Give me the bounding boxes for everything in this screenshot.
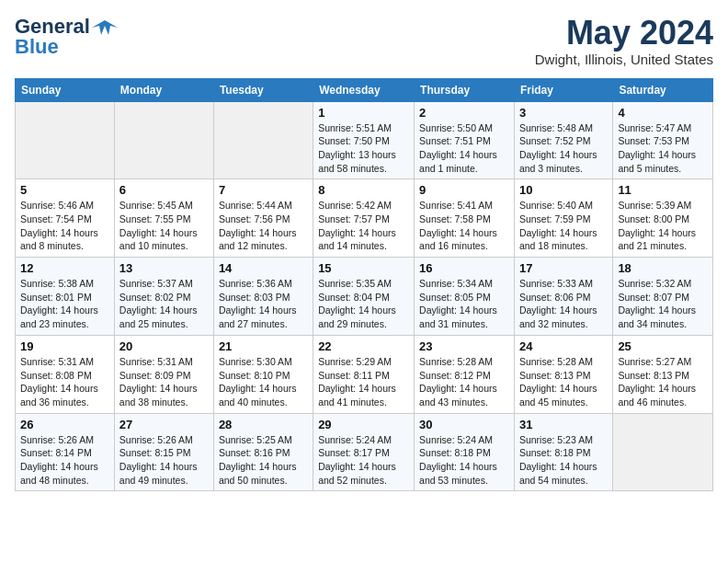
- weekday-header-friday: Friday: [514, 78, 612, 101]
- week-row-1: 1Sunrise: 5:51 AM Sunset: 7:50 PM Daylig…: [16, 101, 713, 179]
- calendar-cell: 24Sunrise: 5:28 AM Sunset: 8:13 PM Dayli…: [514, 335, 612, 413]
- day-info: Sunrise: 5:25 AM Sunset: 8:16 PM Dayligh…: [219, 433, 308, 488]
- calendar-cell: 13Sunrise: 5:37 AM Sunset: 8:02 PM Dayli…: [114, 258, 213, 336]
- calendar-cell: 18Sunrise: 5:32 AM Sunset: 8:07 PM Dayli…: [613, 258, 713, 336]
- calendar-cell: 21Sunrise: 5:30 AM Sunset: 8:10 PM Dayli…: [213, 335, 313, 413]
- day-number: 6: [119, 183, 209, 197]
- day-number: 21: [219, 339, 308, 353]
- day-info: Sunrise: 5:23 AM Sunset: 8:18 PM Dayligh…: [519, 433, 608, 488]
- header: General Blue May 2024 Dwight, Illinois, …: [15, 15, 713, 67]
- day-info: Sunrise: 5:50 AM Sunset: 7:51 PM Dayligh…: [419, 121, 509, 176]
- day-number: 2: [419, 106, 509, 120]
- calendar-cell: 11Sunrise: 5:39 AM Sunset: 8:00 PM Dayli…: [613, 179, 713, 258]
- day-number: 31: [519, 418, 608, 431]
- calendar-cell: 5Sunrise: 5:46 AM Sunset: 7:54 PM Daylig…: [16, 179, 115, 258]
- week-row-5: 26Sunrise: 5:26 AM Sunset: 8:14 PM Dayli…: [16, 413, 713, 491]
- day-info: Sunrise: 5:51 AM Sunset: 7:50 PM Dayligh…: [318, 121, 409, 176]
- weekday-header-sunday: Sunday: [16, 78, 115, 101]
- weekday-header-wednesday: Wednesday: [313, 78, 415, 101]
- calendar-cell: 17Sunrise: 5:33 AM Sunset: 8:06 PM Dayli…: [514, 258, 612, 336]
- week-row-3: 12Sunrise: 5:38 AM Sunset: 8:01 PM Dayli…: [16, 258, 713, 336]
- calendar-cell: 10Sunrise: 5:40 AM Sunset: 7:59 PM Dayli…: [514, 179, 612, 258]
- day-info: Sunrise: 5:35 AM Sunset: 8:04 PM Dayligh…: [318, 277, 409, 331]
- day-number: 19: [20, 339, 109, 353]
- calendar-cell: 15Sunrise: 5:35 AM Sunset: 8:04 PM Dayli…: [313, 258, 415, 336]
- weekday-header-thursday: Thursday: [415, 78, 515, 101]
- week-row-4: 19Sunrise: 5:31 AM Sunset: 8:08 PM Dayli…: [16, 335, 713, 413]
- day-info: Sunrise: 5:40 AM Sunset: 7:59 PM Dayligh…: [519, 199, 608, 253]
- calendar-cell: 22Sunrise: 5:29 AM Sunset: 8:11 PM Dayli…: [313, 335, 415, 413]
- day-number: 24: [519, 339, 608, 353]
- calendar-cell: 9Sunrise: 5:41 AM Sunset: 7:58 PM Daylig…: [415, 179, 515, 258]
- calendar-table: SundayMondayTuesdayWednesdayThursdayFrid…: [15, 78, 713, 492]
- calendar-cell: 27Sunrise: 5:26 AM Sunset: 8:15 PM Dayli…: [114, 413, 213, 491]
- day-info: Sunrise: 5:26 AM Sunset: 8:15 PM Dayligh…: [119, 433, 209, 488]
- calendar-cell: 29Sunrise: 5:24 AM Sunset: 8:17 PM Dayli…: [313, 413, 415, 491]
- day-info: Sunrise: 5:41 AM Sunset: 7:58 PM Dayligh…: [419, 199, 509, 253]
- calendar-cell: 12Sunrise: 5:38 AM Sunset: 8:01 PM Dayli…: [16, 258, 115, 336]
- calendar-cell: 20Sunrise: 5:31 AM Sunset: 8:09 PM Dayli…: [114, 335, 213, 413]
- calendar-cell: 25Sunrise: 5:27 AM Sunset: 8:13 PM Dayli…: [613, 335, 713, 413]
- weekday-header-tuesday: Tuesday: [213, 78, 313, 101]
- day-number: 8: [318, 183, 409, 197]
- calendar-cell: 14Sunrise: 5:36 AM Sunset: 8:03 PM Dayli…: [213, 258, 313, 336]
- day-number: 16: [419, 261, 509, 275]
- calendar-cell: [16, 101, 115, 179]
- day-number: 5: [20, 183, 109, 197]
- day-number: 11: [618, 183, 708, 197]
- day-info: Sunrise: 5:42 AM Sunset: 7:57 PM Dayligh…: [318, 199, 409, 253]
- calendar-cell: 4Sunrise: 5:47 AM Sunset: 7:53 PM Daylig…: [613, 101, 713, 179]
- day-info: Sunrise: 5:24 AM Sunset: 8:17 PM Dayligh…: [318, 433, 409, 488]
- calendar-cell: 28Sunrise: 5:25 AM Sunset: 8:16 PM Dayli…: [213, 413, 313, 491]
- day-number: 15: [318, 261, 409, 275]
- location-subtitle: Dwight, Illinois, United States: [535, 52, 713, 67]
- day-number: 9: [419, 183, 509, 197]
- calendar-cell: 7Sunrise: 5:44 AM Sunset: 7:56 PM Daylig…: [213, 179, 313, 258]
- day-number: 1: [318, 106, 409, 120]
- day-number: 27: [119, 418, 209, 431]
- weekday-header-monday: Monday: [114, 78, 213, 101]
- calendar-cell: 31Sunrise: 5:23 AM Sunset: 8:18 PM Dayli…: [514, 413, 612, 491]
- day-info: Sunrise: 5:36 AM Sunset: 8:03 PM Dayligh…: [219, 277, 308, 331]
- calendar-cell: 6Sunrise: 5:45 AM Sunset: 7:55 PM Daylig…: [114, 179, 213, 258]
- day-info: Sunrise: 5:24 AM Sunset: 8:18 PM Dayligh…: [419, 433, 509, 488]
- day-number: 26: [20, 418, 109, 431]
- day-info: Sunrise: 5:37 AM Sunset: 8:02 PM Dayligh…: [119, 277, 209, 331]
- day-info: Sunrise: 5:45 AM Sunset: 7:55 PM Dayligh…: [119, 199, 209, 253]
- day-info: Sunrise: 5:32 AM Sunset: 8:07 PM Dayligh…: [618, 277, 708, 331]
- week-row-2: 5Sunrise: 5:46 AM Sunset: 7:54 PM Daylig…: [16, 179, 713, 258]
- day-number: 29: [318, 418, 409, 431]
- calendar-cell: 1Sunrise: 5:51 AM Sunset: 7:50 PM Daylig…: [313, 101, 415, 179]
- calendar-cell: 30Sunrise: 5:24 AM Sunset: 8:18 PM Dayli…: [415, 413, 515, 491]
- day-info: Sunrise: 5:31 AM Sunset: 8:09 PM Dayligh…: [119, 355, 209, 409]
- day-info: Sunrise: 5:26 AM Sunset: 8:14 PM Dayligh…: [20, 433, 109, 488]
- day-number: 10: [519, 183, 608, 197]
- calendar-cell: 16Sunrise: 5:34 AM Sunset: 8:05 PM Dayli…: [415, 258, 515, 336]
- weekday-header-saturday: Saturday: [613, 78, 713, 101]
- logo-blue: Blue: [15, 35, 59, 59]
- day-number: 12: [20, 261, 109, 275]
- day-number: 4: [618, 106, 708, 120]
- calendar-cell: 19Sunrise: 5:31 AM Sunset: 8:08 PM Dayli…: [16, 335, 115, 413]
- day-number: 25: [618, 339, 708, 353]
- day-info: Sunrise: 5:39 AM Sunset: 8:00 PM Dayligh…: [618, 199, 708, 253]
- calendar-cell: 26Sunrise: 5:26 AM Sunset: 8:14 PM Dayli…: [16, 413, 115, 491]
- day-info: Sunrise: 5:33 AM Sunset: 8:06 PM Dayligh…: [519, 277, 608, 331]
- calendar-cell: [114, 101, 213, 179]
- day-info: Sunrise: 5:44 AM Sunset: 7:56 PM Dayligh…: [219, 199, 308, 253]
- day-number: 20: [119, 339, 209, 353]
- calendar-cell: [613, 413, 713, 491]
- day-info: Sunrise: 5:28 AM Sunset: 8:12 PM Dayligh…: [419, 355, 509, 409]
- day-number: 17: [519, 261, 608, 275]
- day-info: Sunrise: 5:48 AM Sunset: 7:52 PM Dayligh…: [519, 121, 608, 176]
- day-info: Sunrise: 5:31 AM Sunset: 8:08 PM Dayligh…: [20, 355, 109, 409]
- month-title: May 2024: [535, 15, 713, 52]
- day-number: 22: [318, 339, 409, 353]
- day-number: 23: [419, 339, 509, 353]
- day-number: 30: [419, 418, 509, 431]
- day-info: Sunrise: 5:47 AM Sunset: 7:53 PM Dayligh…: [618, 121, 708, 176]
- day-number: 3: [519, 106, 608, 120]
- day-number: 14: [219, 261, 308, 275]
- day-info: Sunrise: 5:46 AM Sunset: 7:54 PM Dayligh…: [20, 199, 109, 253]
- calendar-cell: 2Sunrise: 5:50 AM Sunset: 7:51 PM Daylig…: [415, 101, 515, 179]
